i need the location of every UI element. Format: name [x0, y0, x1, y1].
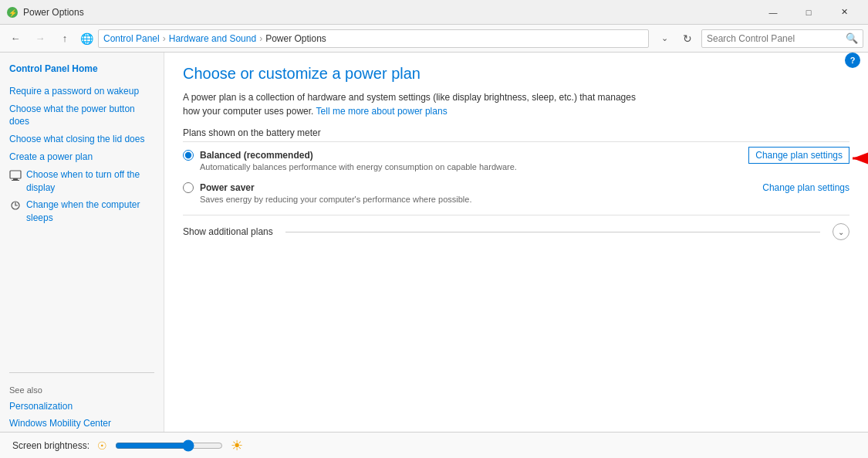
sidebar-link-createplan[interactable]: Create a power plan — [0, 148, 164, 166]
maximize-button[interactable]: □ — [791, 0, 826, 25]
brightness-label: Screen brightness: — [12, 440, 90, 451]
display-icon — [9, 169, 22, 182]
sidebar-link-powerbutton[interactable]: Choose what the power button does — [0, 100, 164, 131]
plan-name-balanced: Balanced (recommended) — [200, 150, 313, 161]
sidebar-home-link[interactable]: Control Panel Home — [0, 60, 164, 78]
sidebar-home-label: Control Panel Home — [9, 63, 98, 76]
breadcrumb-sep-2: › — [259, 33, 262, 44]
show-additional-label: Show additional plans — [183, 226, 273, 237]
svg-rect-3 — [13, 178, 18, 180]
breadcrumb-hardware[interactable]: Hardware and Sound — [169, 33, 256, 44]
sidebar-link-powerbutton-label: Choose what the power button does — [9, 103, 154, 129]
learn-more-link[interactable]: Tell me more about power plans — [316, 106, 448, 117]
sidebar-divider — [9, 372, 154, 373]
sleep-icon — [9, 199, 22, 212]
plan-radio-powersaver[interactable] — [183, 182, 194, 193]
plan-item-balanced: Balanced (recommended) Change plan setti… — [183, 150, 849, 171]
back-button[interactable]: ← — [5, 28, 26, 49]
sun-icon-small: ☉ — [97, 439, 107, 452]
sidebar-link-wakeup-label: Require a password on wakeup — [9, 85, 139, 98]
address-bar: ← → ↑ 🌐 Control Panel › Hardware and Sou… — [0, 25, 868, 53]
sidebar-link-sleep[interactable]: Change when the computer sleeps — [0, 196, 164, 227]
content-description: A power plan is a collection of hardware… — [183, 90, 646, 118]
plan-item-powersaver: Power saver Change plan settings Saves e… — [183, 182, 849, 204]
change-plan-link-balanced[interactable]: Change plan settings — [748, 147, 849, 164]
sidebar-link-lid[interactable]: Choose what closing the lid does — [0, 131, 164, 148]
breadcrumb-control-panel[interactable]: Control Panel — [103, 33, 160, 44]
expand-icon: ⌄ — [833, 223, 849, 240]
plan-desc-powersaver: Saves energy by reducing your computer's… — [200, 195, 849, 204]
sidebar: Control Panel Home Require a password on… — [0, 53, 164, 458]
breadcrumb-bar: Control Panel › Hardware and Sound › Pow… — [98, 29, 649, 48]
window-title: Power Options — [23, 7, 755, 18]
show-additional-plans[interactable]: Show additional plans ⌄ — [183, 215, 849, 240]
plan-radio-balanced[interactable] — [183, 150, 194, 161]
up-button[interactable]: ↑ — [54, 28, 76, 49]
svg-text:⚡: ⚡ — [8, 8, 18, 18]
refresh-button[interactable]: ↻ — [677, 28, 698, 49]
sidebar-link-display[interactable]: Choose when to turn off the display — [0, 166, 164, 197]
help-button[interactable]: ? — [845, 53, 860, 68]
sidebar-link-lid-label: Choose what closing the lid does — [9, 133, 144, 146]
breadcrumb-dropdown-button[interactable]: ⌄ — [655, 29, 674, 48]
sidebar-link-personalization-label: Personalization — [9, 400, 73, 413]
search-input[interactable] — [707, 33, 846, 44]
window-controls: — □ ✕ — [755, 0, 862, 25]
additional-divider — [285, 232, 820, 232]
plan-left-balanced: Balanced (recommended) — [183, 150, 313, 161]
sidebar-link-display-label: Choose when to turn off the display — [26, 168, 154, 195]
sun-icon-large: ☀ — [231, 437, 243, 454]
sidebar-spacer — [0, 227, 164, 368]
plan-left-powersaver: Power saver — [183, 182, 255, 193]
page-title: Choose or customize a power plan — [183, 65, 849, 83]
annotation-arrow — [849, 145, 868, 171]
plan-row-powersaver: Power saver Change plan settings — [183, 182, 849, 193]
svg-rect-2 — [10, 171, 21, 178]
svg-rect-4 — [12, 180, 19, 181]
bottom-bar: Screen brightness: ☉ ☀ — [0, 432, 868, 458]
sidebar-link-personalization[interactable]: Personalization — [0, 398, 164, 416]
plan-row-balanced: Balanced (recommended) Change plan setti… — [183, 150, 849, 161]
search-icon: 🔍 — [846, 32, 858, 44]
plan-name-powersaver: Power saver — [200, 182, 255, 193]
sidebar-link-sleep-label: Change when the computer sleeps — [26, 198, 154, 225]
app-icon: ⚡ — [6, 6, 19, 19]
change-plan-wrapper-balanced: Change plan settings — [748, 150, 849, 161]
sidebar-link-mobility-label: Windows Mobility Center — [9, 417, 111, 430]
location-icon: 🌐 — [80, 32, 93, 45]
forward-button[interactable]: → — [29, 28, 51, 49]
sidebar-link-wakeup[interactable]: Require a password on wakeup — [0, 83, 164, 100]
search-box: 🔍 — [701, 29, 863, 48]
plans-section-label: Plans shown on the battery meter — [183, 127, 849, 142]
minimize-button[interactable]: — — [755, 0, 791, 25]
content-area: Choose or customize a power plan A power… — [164, 53, 868, 458]
see-also-title: See also — [0, 378, 164, 398]
title-bar: ⚡ Power Options — □ ✕ — [0, 0, 868, 25]
breadcrumb-current: Power Options — [265, 33, 326, 44]
sidebar-link-createplan-label: Create a power plan — [9, 151, 93, 164]
close-button[interactable]: ✕ — [826, 0, 862, 25]
main-layout: Control Panel Home Require a password on… — [0, 53, 868, 458]
breadcrumb-sep-1: › — [163, 33, 166, 44]
change-plan-link-powersaver[interactable]: Change plan settings — [762, 182, 849, 193]
brightness-slider[interactable] — [115, 439, 223, 452]
sidebar-link-mobility[interactable]: Windows Mobility Center — [0, 415, 164, 433]
